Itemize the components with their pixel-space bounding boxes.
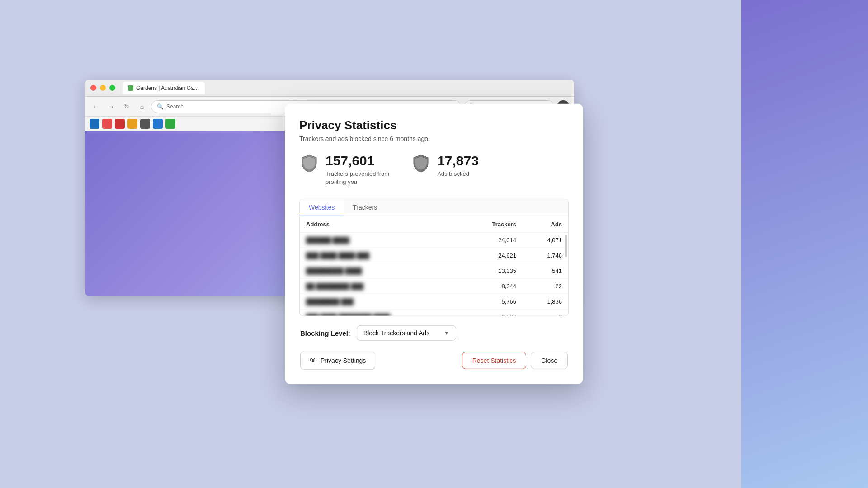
- reset-statistics-button[interactable]: Reset Statistics: [462, 352, 526, 369]
- traffic-light-yellow[interactable]: [100, 85, 106, 91]
- cell-ads: 541: [523, 263, 568, 279]
- table-header-row: Address Trackers Ads: [300, 216, 568, 233]
- col-address: Address: [300, 216, 461, 233]
- cell-ads: 1,836: [523, 294, 568, 310]
- cell-trackers: 13,335: [461, 263, 523, 279]
- tabs-header: Websites Trackers: [300, 199, 568, 216]
- scrollbar-thumb[interactable]: [565, 235, 567, 257]
- cell-address: ██ ████████ ███: [300, 279, 461, 294]
- bookmark-7[interactable]: [165, 119, 175, 129]
- modal-title: Privacy Statistics: [299, 118, 569, 132]
- ads-label: Ads blocked: [437, 170, 479, 178]
- action-buttons: Reset Statistics Close: [462, 352, 568, 369]
- traffic-light-red[interactable]: [90, 85, 96, 91]
- refresh-button[interactable]: ↻: [120, 100, 133, 113]
- tabs-container: Websites Trackers Address Trackers Ads: [299, 199, 569, 316]
- cell-address: ███ ████ ████ ███: [300, 248, 461, 263]
- bookmark-2[interactable]: [102, 119, 112, 129]
- eye-icon: 👁: [310, 357, 317, 365]
- table-row: █████████ ████13,335541: [300, 263, 568, 279]
- bookmark-4[interactable]: [127, 119, 137, 129]
- blocking-level-select[interactable]: Block Trackers and Ads ▼: [357, 325, 456, 341]
- stats-row: 157,601 Trackers prevented fromprofiling…: [299, 153, 569, 186]
- blurred-address: ████████ ███: [306, 298, 354, 305]
- browser-tab[interactable]: Gardens | Australian Gar...: [123, 82, 205, 94]
- cell-address: ██████ ████: [300, 233, 461, 248]
- forward-button[interactable]: →: [105, 100, 118, 113]
- ads-number: 17,873: [437, 153, 479, 168]
- shield-trackers-icon: [299, 153, 319, 173]
- tab-websites[interactable]: Websites: [300, 199, 344, 216]
- reset-statistics-label: Reset Statistics: [472, 357, 516, 364]
- traffic-light-green[interactable]: [109, 85, 115, 91]
- blurred-address: ███ ████ ████ ███: [306, 252, 369, 259]
- cell-trackers: 8,344: [461, 279, 523, 294]
- chevron-down-icon: ▼: [444, 330, 449, 336]
- blurred-address: █████████ ████: [306, 267, 362, 274]
- cell-trackers: 6,506: [461, 310, 523, 316]
- statistics-table: Address Trackers Ads ██████ ████24,0144,…: [300, 216, 568, 316]
- blurred-address: ██████ ████: [306, 237, 349, 244]
- cell-trackers: 5,766: [461, 294, 523, 310]
- blurred-address: ██ ████████ ███: [306, 283, 363, 290]
- bookmark-1[interactable]: [90, 119, 99, 129]
- tab-favicon: [128, 85, 133, 91]
- shield-ads-icon: [411, 153, 431, 173]
- modal-subtitle: Trackers and ads blocked since 6 months …: [299, 135, 569, 142]
- trackers-label: Trackers prevented fromprofiling you: [326, 170, 389, 186]
- ads-stat: 17,873 Ads blocked: [411, 153, 479, 178]
- table-row: ████████ ███5,7661,836: [300, 294, 568, 310]
- table-row: ██ ████████ ███8,34422: [300, 279, 568, 294]
- blurred-address: ███ ████ ████████ ████: [306, 314, 390, 316]
- tab-trackers[interactable]: Trackers: [344, 199, 386, 216]
- home-button[interactable]: ⌂: [136, 100, 148, 113]
- search-icon-small: 🔍: [157, 103, 164, 110]
- cell-ads: 8: [523, 310, 568, 316]
- privacy-settings-label: Privacy Settings: [321, 357, 366, 364]
- col-ads: Ads: [523, 216, 568, 233]
- blocking-level-row: Blocking Level: Block Trackers and Ads ▼: [299, 325, 569, 341]
- cell-ads: 1,746: [523, 248, 568, 263]
- ads-stat-info: 17,873 Ads blocked: [437, 153, 479, 178]
- blocking-level-value: Block Trackers and Ads: [363, 329, 439, 337]
- trackers-stat: 157,601 Trackers prevented fromprofiling…: [299, 153, 389, 186]
- cell-trackers: 24,621: [461, 248, 523, 263]
- table-row: ███ ████ ████████ ████6,5068: [300, 310, 568, 316]
- browser-titlebar: Gardens | Australian Gar...: [85, 80, 574, 97]
- close-label: Close: [541, 357, 557, 364]
- trackers-number: 157,601: [326, 153, 389, 168]
- table-wrapper: Address Trackers Ads ██████ ████24,0144,…: [300, 216, 568, 316]
- bookmark-5[interactable]: [140, 119, 150, 129]
- address-text: Search: [166, 103, 184, 110]
- blocking-level-label: Blocking Level:: [300, 329, 350, 337]
- modal-footer: 👁 Privacy Settings Reset Statistics Clos…: [299, 352, 569, 371]
- table-row: ███ ████ ████ ███24,6211,746: [300, 248, 568, 263]
- tab-title: Gardens | Australian Gar...: [136, 85, 199, 91]
- cell-ads: 4,071: [523, 233, 568, 248]
- cell-address: ████████ ███: [300, 294, 461, 310]
- trackers-stat-info: 157,601 Trackers prevented fromprofiling…: [326, 153, 389, 186]
- back-button[interactable]: ←: [90, 100, 102, 113]
- bookmark-6[interactable]: [153, 119, 163, 129]
- cell-address: ███ ████ ████████ ████: [300, 310, 461, 316]
- privacy-settings-button[interactable]: 👁 Privacy Settings: [300, 352, 375, 370]
- right-decorative-panel: [741, 0, 868, 488]
- cell-ads: 22: [523, 279, 568, 294]
- close-button[interactable]: Close: [531, 352, 568, 369]
- col-trackers: Trackers: [461, 216, 523, 233]
- cell-trackers: 24,014: [461, 233, 523, 248]
- bookmark-3[interactable]: [115, 119, 125, 129]
- privacy-statistics-modal: Privacy Statistics Trackers and ads bloc…: [285, 104, 583, 384]
- table-row: ██████ ████24,0144,071: [300, 233, 568, 248]
- cell-address: █████████ ████: [300, 263, 461, 279]
